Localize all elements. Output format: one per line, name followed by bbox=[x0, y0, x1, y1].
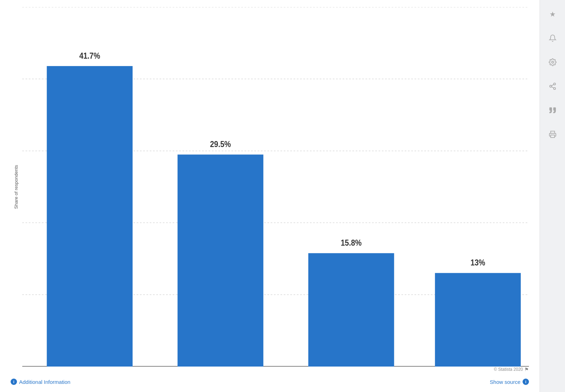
sidebar: ★ bbox=[540, 0, 565, 392]
bar-may-purchase bbox=[177, 154, 263, 367]
show-source-icon: i bbox=[523, 379, 529, 385]
plot-area: 50% 40% 30% 20% 10% 0% 41.7% Likely purc… bbox=[22, 7, 529, 367]
svg-point-22 bbox=[549, 85, 552, 87]
bar-unlikely-purchase bbox=[308, 253, 394, 367]
svg-text:15.8%: 15.8% bbox=[341, 238, 362, 247]
show-source-text: Show source bbox=[490, 379, 520, 385]
y-axis-label: Share of respondents bbox=[11, 7, 19, 367]
main-container: Share of respondents bbox=[0, 0, 540, 392]
quote-icon[interactable] bbox=[546, 103, 560, 117]
bell-icon[interactable] bbox=[546, 31, 560, 45]
svg-line-25 bbox=[551, 84, 553, 86]
statista-credit: © Statista 2020 ⚑ bbox=[11, 367, 529, 372]
print-icon[interactable] bbox=[546, 127, 560, 141]
bar-likely-purchase bbox=[47, 66, 133, 367]
star-icon[interactable]: ★ bbox=[546, 7, 560, 21]
additional-info-icon: i bbox=[11, 379, 17, 385]
svg-point-23 bbox=[553, 88, 555, 90]
svg-point-21 bbox=[553, 83, 555, 85]
bar-will-not-purchase bbox=[435, 273, 521, 367]
additional-info-link[interactable]: i Additional Information bbox=[11, 379, 70, 385]
svg-rect-26 bbox=[551, 135, 554, 138]
credit-text: © Statista 2020 bbox=[494, 367, 523, 372]
show-source-link[interactable]: Show source i bbox=[490, 379, 529, 385]
footer: i Additional Information Show source i bbox=[11, 374, 529, 385]
additional-info-text: Additional Information bbox=[19, 379, 70, 385]
svg-text:13%: 13% bbox=[471, 258, 485, 267]
flag-icon: ⚑ bbox=[524, 367, 529, 372]
share-icon[interactable] bbox=[546, 79, 560, 93]
gear-icon[interactable] bbox=[546, 55, 560, 69]
chart-svg: 50% 40% 30% 20% 10% 0% 41.7% Likely purc… bbox=[22, 7, 529, 367]
chart-area: Share of respondents bbox=[11, 7, 529, 367]
svg-point-20 bbox=[552, 61, 554, 63]
svg-text:29.5%: 29.5% bbox=[210, 140, 231, 149]
svg-text:41.7%: 41.7% bbox=[79, 51, 100, 60]
svg-line-24 bbox=[551, 87, 553, 88]
